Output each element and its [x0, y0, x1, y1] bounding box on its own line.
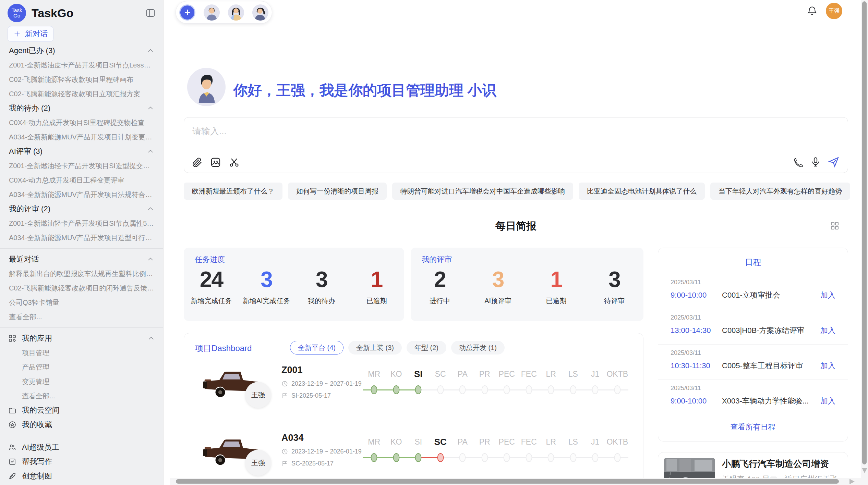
sidebar-item-cloud-space[interactable]: 我的云空间: [0, 403, 163, 418]
milestone-dot: [504, 385, 510, 394]
my-reviews-metrics: 2 进行中 3 AI预评审 1 已逾期 3 待: [411, 268, 643, 306]
dashboard-tab[interactable]: 全新上装 (3): [348, 341, 402, 355]
sidebar-conversation-item[interactable]: C0X4-动力总成开发项目工程变更评审: [0, 173, 163, 187]
sidebar-item-writing[interactable]: 帮我写作: [0, 455, 163, 469]
milestone-dot: [393, 453, 399, 462]
notification-bell-icon[interactable]: [807, 6, 817, 16]
date-range: 2023-12-19 ~ 2026-01-19: [291, 448, 362, 455]
layout-grid-icon[interactable]: [830, 221, 840, 231]
suggestion-chip[interactable]: 当下年轻人对汽车外观有怎样的喜好趋势: [710, 183, 850, 200]
clock-icon: [281, 448, 288, 455]
sidebar-app-item[interactable]: 项目管理: [0, 346, 163, 360]
suggestion-chip[interactable]: 如何写一份清晰的项目周报: [288, 183, 387, 200]
sidebar-collapse-icon[interactable]: [145, 8, 156, 18]
project-row-z001[interactable]: 王强 Z001 2023-12-19 ~ 2027-01-19 SI-2025-…: [184, 360, 643, 425]
contact-avatar-2[interactable]: [228, 4, 244, 21]
suggestion-chip[interactable]: 比亚迪全固态电池计划具体说了什么: [579, 183, 705, 200]
join-meeting-link[interactable]: 加入: [820, 290, 835, 300]
milestone-sc: SC: [430, 434, 452, 467]
sidebar-conversation-item[interactable]: Z001-全新燃油轻卡产品开发项目SI造型提交物评审: [0, 159, 163, 173]
vertical-scrollbar-thumb[interactable]: [862, 1, 867, 464]
sidebar-section-recent[interactable]: 最近对话: [0, 252, 163, 266]
project-row-a034[interactable]: 王强 A034 2023-12-19 ~ 2026-01-19 SC-2025-…: [184, 428, 643, 485]
dashboard-tab[interactable]: 全新平台 (4): [290, 341, 343, 355]
new-chat-button[interactable]: 新对话: [8, 26, 53, 42]
sidebar-conversation-item[interactable]: A034-全新新能源MUV产品开发项目法规符合性评审: [0, 187, 163, 202]
join-meeting-link[interactable]: 加入: [820, 396, 835, 406]
chevron-up-icon: [147, 335, 155, 342]
sidebar-item-drawing[interactable]: 创意制图: [0, 469, 163, 483]
sidebar-item-favorites[interactable]: 我的收藏: [0, 418, 163, 432]
join-meeting-link[interactable]: 加入: [820, 361, 835, 371]
metric-label: 待评审: [604, 296, 625, 306]
sidebar-conversation-item[interactable]: 公司Q3轻卡销量: [0, 295, 163, 310]
sidebar-conversation-item[interactable]: A034-全新新能源MUV产品开发项目计划变更表编写: [0, 130, 163, 144]
taskgo-logo: Task Go: [8, 4, 26, 22]
phone-call-icon[interactable]: [792, 157, 803, 167]
sidebar-conversation-item[interactable]: Z001-全新燃油轻卡产品开发项目SI节点属性5D文件评审: [0, 216, 163, 231]
chevron-up-icon: [147, 47, 154, 54]
view-all-schedule-link[interactable]: 查看所有日程: [658, 422, 848, 432]
join-meeting-link[interactable]: 加入: [820, 325, 835, 336]
topbar-right: 王强: [807, 3, 842, 19]
sidebar-conversation-item[interactable]: 查看全部...: [0, 310, 163, 324]
date-range: 2023-12-19 ~ 2027-01-19: [291, 380, 362, 387]
sidebar-app-item[interactable]: 查看全部...: [0, 389, 163, 403]
contact-avatar-1[interactable]: [204, 4, 220, 21]
milestone-dot: [592, 385, 599, 394]
scroll-down-arrow[interactable]: [862, 468, 867, 473]
milestone-dot: [570, 385, 576, 394]
sidebar-section-my-review[interactable]: 我的评审 (2): [0, 202, 163, 216]
sidebar-app-item[interactable]: 变更管理: [0, 374, 163, 389]
milestone-pec: PEC: [496, 434, 518, 467]
task-progress-card: 任务进度 24 新增完成任务 3 新增AI完成任务 3 我的待办: [184, 248, 404, 321]
sidebar-section-my-todo[interactable]: 我的待办 (2): [0, 101, 163, 115]
sidebar-item-my-apps[interactable]: 我的应用: [0, 331, 163, 346]
suggestion-chip[interactable]: 特朗普可能对进口汽车增税会对中国车企造成哪些影响: [392, 183, 573, 200]
event-date: 2025/03/11: [671, 279, 835, 286]
scissors-icon[interactable]: [229, 157, 240, 168]
sidebar-conversation-item[interactable]: A034-全新新能源MUV产品开发项目造型可行性评审: [0, 231, 163, 245]
chat-input[interactable]: [192, 123, 706, 139]
sidebar-item-ai-staff[interactable]: AI超级员工: [0, 440, 163, 455]
dashboard-tab[interactable]: 年型 (2): [407, 341, 446, 355]
sidebar-conversation-item[interactable]: Z001-全新燃油皮卡产品开发项目SI节点Lesson Learn报告: [0, 58, 163, 72]
sidebar-conversation-item[interactable]: C02-飞腾新能源轻客改款项目立项汇报方案: [0, 87, 163, 101]
project-dates: 2023-12-19 ~ 2026-01-19: [281, 448, 362, 455]
sidebar-conversation-item[interactable]: C0X4-动力总成开发项目SI里程碑提交物检查: [0, 115, 163, 130]
sidebar-conversation-item[interactable]: 解释最新出台的欧盟报废车法规再生塑料比例被调至15%...: [0, 266, 163, 281]
sidebar: Task Go TaskGo 新对话 Agent已办 (3) Z001-全新燃油…: [0, 0, 164, 485]
dashboard-tab[interactable]: 动总开发 (1): [451, 341, 505, 355]
send-icon[interactable]: [828, 156, 840, 168]
metric-value: 1: [551, 268, 562, 291]
add-contact-button[interactable]: [179, 4, 195, 21]
attachment-icon[interactable]: [192, 157, 203, 168]
my-todo-list: C0X4-动力总成开发项目SI里程碑提交物检查A034-全新新能源MUV产品开发…: [0, 115, 163, 144]
sidebar-conversation-item[interactable]: C02-飞腾新能源轻客改款项目的闭环通告反馈情况: [0, 281, 163, 295]
image-icon[interactable]: [210, 157, 221, 168]
event-time: 9:00-10:00: [671, 397, 722, 406]
task-progress-metrics: 24 新增完成任务 3 新增AI完成任务 3 我的待办 1: [184, 268, 404, 306]
contact-avatar-3[interactable]: [252, 4, 268, 21]
app-window: Task Go TaskGo 新对话 Agent已办 (3) Z001-全新燃油…: [0, 0, 868, 485]
user-avatar[interactable]: 王强: [826, 3, 842, 19]
sidebar-section-ai-review[interactable]: AI评审 (3): [0, 144, 163, 159]
milestone-dot: [415, 453, 422, 462]
event-time: 13:00-14:30: [671, 326, 722, 335]
milestone-track: MRKOSISCPAPRPECFECLRLSJ1OKTB: [363, 366, 628, 399]
flag-text: SI-2025-05-17: [291, 392, 331, 399]
sidebar-conversation-item[interactable]: C02-飞腾新能源轻客改款项目里程碑画布: [0, 72, 163, 87]
sidebar-app-item[interactable]: 产品管理: [0, 360, 163, 374]
suggestion-chip[interactable]: 欧洲新规最近颁布了什么？: [184, 183, 282, 200]
horizontal-scrollbar-thumb[interactable]: [176, 479, 839, 484]
schedule-panel: 日程 2025/03/11 9:00-10:00 C001-立项审批会 加入 2…: [658, 248, 848, 442]
metric-label: 进行中: [430, 296, 450, 306]
avatar-female-icon: [228, 4, 244, 21]
milestone-dot: [548, 453, 554, 462]
composer-left-icons: [192, 157, 240, 168]
sidebar-section-agent-done[interactable]: Agent已办 (3): [0, 43, 163, 58]
metric-value: 3: [608, 268, 620, 291]
scroll-right-arrow[interactable]: [849, 479, 855, 484]
milestone-dot: [459, 385, 466, 394]
microphone-icon[interactable]: [810, 157, 821, 167]
